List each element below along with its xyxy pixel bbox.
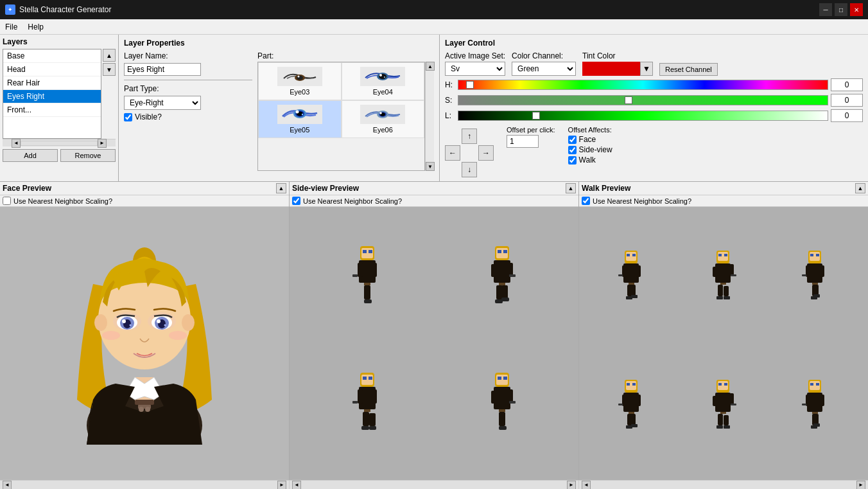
close-button[interactable]: ✕ [850,3,863,16]
offset-per-click-input[interactable] [507,135,539,148]
layers-arrows: ▲ ▼ [103,49,116,139]
face-scroll-up[interactable]: ▲ [276,183,286,193]
face-nearest-neighbor-checkbox[interactable] [3,197,11,205]
walk-hscroll-right[interactable]: ► [856,481,865,490]
menu-file[interactable]: File [0,21,22,33]
part-grid-vscroll[interactable]: ▲ ▼ [425,62,434,171]
sideview-hscroll-left[interactable]: ◄ [292,481,301,490]
part-vscroll-track[interactable] [426,71,434,162]
offset-section: ↑ ← → ↓ Offset per click: Offset [445,126,863,177]
tint-color-swatch[interactable] [582,62,640,76]
sideview-hscroll-right[interactable]: ► [567,481,576,490]
sideview-scroll-up[interactable]: ▲ [566,183,576,193]
active-image-set-select[interactable]: Sv Walk Face [445,62,505,76]
h-slider-track[interactable] [458,80,828,90]
s-value-input[interactable] [831,94,863,107]
walk-scroll-up[interactable]: ▲ [855,183,865,193]
part-type-select[interactable]: Eye-Right Eye-Left Mouth Nose [124,96,201,110]
face-affects-row: Face [568,135,612,144]
layers-list-container: Base Head Rear Hair Eyes Right Front... … [3,49,116,139]
layer-control-title: Layer Control [445,39,863,48]
svg-rect-43 [363,250,367,253]
svg-point-22 [182,314,195,331]
svg-rect-59 [491,264,496,277]
add-layer-button[interactable]: Add [3,149,58,162]
svg-point-6 [384,76,385,78]
layer-move-up-button[interactable]: ▲ [103,49,116,62]
offset-left-button[interactable]: ← [445,145,460,161]
l-slider-track[interactable] [458,111,828,121]
s-slider-thumb[interactable] [625,96,632,104]
layers-scroll-left[interactable]: ◄ [12,139,21,148]
menu-help[interactable]: Help [22,21,49,33]
sideview-affects-row: Side-view [568,145,612,154]
active-image-set-label: Active Image Set: [445,51,505,60]
sideview-hscroll-section[interactable]: ◄ ► [290,481,579,489]
face-hscroll-left[interactable]: ◄ [3,481,12,490]
svg-point-2 [297,76,299,78]
offset-affects-label: Offset Affects: [568,126,612,134]
svg-rect-91 [627,254,630,256]
eye05-label: Eye05 [290,126,309,134]
layer-item-head[interactable]: Head [3,63,101,76]
face-hscroll-right[interactable]: ► [277,481,286,490]
sideview-nearest-neighbor-checkbox[interactable] [292,197,300,205]
part-grid-wrapper[interactable]: Eye03 [257,62,425,171]
walk-hscroll-section[interactable]: ◄ ► [579,481,868,489]
part-eye03[interactable]: Eye03 [258,62,342,100]
visible-checkbox[interactable] [124,113,132,121]
part-vscroll-down[interactable]: ▼ [426,162,435,171]
part-eye05[interactable]: Eye05 [258,100,342,138]
offset-per-click-col: Offset per click: [507,126,555,177]
s-slider-track[interactable] [458,95,828,105]
sideview-checkbox[interactable] [568,146,577,154]
tint-dropdown-button[interactable]: ▼ [640,62,653,76]
layers-hscroll[interactable]: ◄ ► [3,139,116,147]
svg-rect-118 [816,254,819,256]
offset-up-button[interactable]: ↑ [462,129,477,144]
svg-rect-113 [716,296,723,299]
walk-preview-title: Walk Preview [582,184,630,193]
main-content: Layers Base Head Rear Hair Eyes Right Fr… [0,35,868,489]
l-slider-thumb[interactable] [532,112,540,120]
svg-rect-146 [720,412,726,414]
offset-down-button[interactable]: ↓ [462,162,477,177]
svg-rect-156 [810,383,813,386]
layer-item-rear-hair[interactable]: Rear Hair [3,76,101,90]
part-eye04[interactable]: Eye04 [342,62,425,100]
reset-channel-button[interactable]: Reset Channel [659,63,718,76]
layers-list[interactable]: Base Head Rear Hair Eyes Right Front... [3,49,101,139]
face-character-svg [42,207,247,445]
l-value-input[interactable] [831,109,863,122]
s-slider-row: S: [445,94,863,107]
layers-scroll-right[interactable]: ► [98,139,107,148]
face-nearest-neighbor-row: Use Nearest Neighbor Scaling? [0,195,289,207]
eye05-image [277,105,322,124]
layer-move-down-button[interactable]: ▼ [103,63,116,76]
remove-layer-button[interactable]: Remove [60,149,116,162]
walk-hscroll-left[interactable]: ◄ [582,481,591,490]
sideview-sprite-3 [302,347,431,468]
layer-name-input[interactable] [124,63,201,76]
h-slider-thumb[interactable] [466,81,474,89]
face-hscroll-section[interactable]: ◄ ► [0,481,290,489]
svg-rect-131 [632,383,636,386]
offset-right-button[interactable]: → [478,145,494,161]
svg-rect-112 [724,286,729,296]
offset-per-click-label: Offset per click: [507,126,555,134]
title-bar-controls[interactable]: ─ □ ✕ [819,3,863,16]
walk-checkbox[interactable] [568,156,577,164]
walk-nearest-neighbor-checkbox[interactable] [582,197,590,205]
color-channel-select[interactable]: Green Red Blue [512,62,576,76]
layer-item-base[interactable]: Base [3,49,101,63]
face-checkbox[interactable] [568,136,577,144]
part-vscroll-up[interactable]: ▲ [426,62,435,71]
layer-item-front[interactable]: Front... [3,103,101,117]
h-value-input[interactable] [831,78,863,91]
part-eye06[interactable]: Eye06 [342,100,425,138]
part-label: Part: [257,51,434,60]
layer-item-eyes-right[interactable]: Eyes Right [3,90,101,103]
svg-rect-76 [361,426,369,430]
maximize-button[interactable]: □ [835,3,847,16]
minimize-button[interactable]: ─ [819,3,832,16]
